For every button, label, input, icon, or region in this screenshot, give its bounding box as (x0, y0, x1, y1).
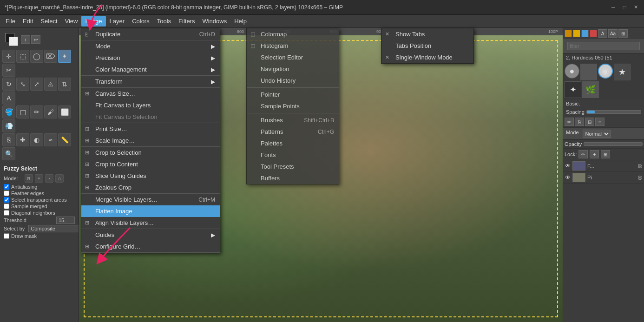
antialiasing-checkbox[interactable] (4, 184, 9, 190)
layer-1-visibility[interactable]: 👁 (565, 163, 571, 169)
brush-item-3[interactable]: ◉ (598, 64, 613, 79)
close-button[interactable]: ✕ (632, 4, 639, 11)
tool-fuzzy-select[interactable]: ✦ (58, 50, 71, 63)
menu-scale-image[interactable]: ⊞ Scale Image… (81, 135, 220, 146)
menu-zealous-crop[interactable]: ⊞ Zealous Crop (81, 182, 220, 193)
tool-perspective[interactable]: ⧌ (44, 78, 57, 91)
panel-icon-copy[interactable]: ⎘ (575, 118, 584, 126)
dockable-fonts[interactable]: Fonts (247, 149, 339, 161)
tool-rotate[interactable]: ↻ (2, 78, 15, 91)
mode-add[interactable]: + (35, 174, 43, 183)
lock-pixels-button[interactable]: ✏ (578, 150, 588, 158)
menu-view[interactable]: View (61, 16, 82, 26)
lock-all-button[interactable]: ⊞ (601, 150, 610, 158)
dockable-patterns[interactable]: Patterns Ctrl+G (247, 126, 339, 138)
menu-edit[interactable]: Edit (19, 16, 37, 26)
tool-crop[interactable]: ✂ (2, 64, 15, 77)
color-swatch-3[interactable] (581, 30, 589, 37)
dockable-pointer[interactable]: Pointer (247, 89, 339, 100)
layer-row-1[interactable]: 👁 F... ⛓ (563, 160, 644, 172)
tool-scale[interactable]: ⤡ (16, 78, 29, 91)
right-panel-icon-2[interactable]: Aa (608, 29, 618, 38)
menu-mode[interactable]: Mode ▶ (81, 40, 220, 52)
tool-measure[interactable]: 📏 (58, 133, 71, 146)
menu-windows[interactable]: Windows (198, 16, 230, 26)
menu-slice-using-guides[interactable]: ⊞ Slice Using Guides (81, 170, 220, 182)
background-color[interactable] (9, 37, 18, 46)
menu-duplicate[interactable]: ⎘ Duplicate Ctrl+D (81, 28, 220, 40)
tool-rect-select[interactable]: ⬚ (16, 50, 29, 63)
brush-item-6[interactable]: 🌿 (582, 81, 599, 98)
menu-flatten-image[interactable]: Flatten Image (81, 205, 220, 217)
menu-guides[interactable]: Guides ▶ (81, 229, 220, 241)
tool-blend[interactable]: ◫ (16, 105, 29, 118)
menu-crop-to-content[interactable]: ⊞ Crop to Content (81, 158, 220, 170)
dockable-undo-history[interactable]: Undo History (247, 75, 339, 86)
tool-free-select[interactable]: ⌦ (44, 50, 57, 63)
dockable-brushes[interactable]: Brushes Shift+Ctrl+B (247, 114, 339, 126)
sample-merged-checkbox[interactable] (4, 204, 9, 209)
windows-show-tabs[interactable]: ✕ Show Tabs (381, 28, 473, 40)
right-panel-icon-3[interactable]: ⊞ (618, 29, 628, 38)
layer-row-2[interactable]: 👁 Pi ⛓ (563, 172, 644, 184)
menu-layer[interactable]: Layer (106, 16, 129, 26)
dockable-navigation[interactable]: Navigation (247, 63, 339, 75)
title-controls[interactable]: ─ □ ✕ (610, 4, 639, 11)
brush-item-2[interactable] (580, 64, 597, 80)
threshold-input[interactable] (56, 217, 75, 224)
menu-image[interactable]: Image (81, 16, 105, 26)
menu-help[interactable]: Help (230, 16, 250, 26)
menu-select[interactable]: Select (37, 16, 61, 26)
dockable-sample-points[interactable]: Sample Points (247, 100, 339, 112)
dockable-palettes[interactable]: Palettes (247, 138, 339, 149)
tool-paintbrush[interactable]: 🖌 (44, 105, 57, 118)
lock-position-button[interactable]: + (590, 150, 599, 158)
menu-configure-grid[interactable]: ⊞ Configure Grid… (81, 241, 220, 252)
windows-single-window[interactable]: ✕ Single-Window Mode (381, 52, 473, 63)
color-swatch-2[interactable] (573, 30, 580, 37)
color-swatch-4[interactable] (590, 30, 597, 37)
menu-crop-to-selection[interactable]: ⊞ Crop to Selection (81, 147, 220, 158)
menu-filters[interactable]: Filters (175, 16, 198, 26)
filter-input[interactable] (567, 42, 640, 50)
fg-bg-colors[interactable] (5, 33, 18, 46)
dockable-histogram[interactable]: ◫ Histogram (247, 40, 339, 52)
tool-heal[interactable]: ✚ (16, 133, 29, 146)
tool-bucket[interactable]: 🪣 (2, 105, 15, 118)
layer-2-visibility[interactable]: 👁 (565, 174, 571, 181)
menu-print-size[interactable]: ⊞ Print Size… (81, 123, 220, 135)
menu-canvas-size[interactable]: ⊞ Canvas Size… (81, 88, 220, 99)
swap-colors-button[interactable]: ↕ (21, 35, 30, 44)
panel-icon-edit[interactable]: ✏ (565, 118, 574, 126)
tool-zoom[interactable]: 🔍 (2, 147, 15, 160)
reset-colors-button[interactable]: ↩ (31, 35, 40, 44)
menu-tools[interactable]: Tools (153, 16, 175, 26)
right-panel-icon-1[interactable]: A (598, 29, 607, 38)
tool-shear[interactable]: ⤢ (30, 78, 43, 91)
color-swatch-1[interactable] (565, 30, 572, 37)
tool-ellipse-select[interactable]: ◯ (30, 50, 43, 63)
mode-subtract[interactable]: - (45, 174, 53, 183)
menu-color-management[interactable]: Color Management ▶ (81, 64, 220, 75)
select-transparent-checkbox[interactable] (4, 197, 9, 203)
menu-align-visible-layers[interactable]: ⊞ Align Visible Layers… (81, 217, 220, 229)
mode-replace[interactable]: R (25, 174, 33, 183)
dockable-colormap[interactable]: ◫ Colormap (247, 28, 339, 40)
maximize-button[interactable]: □ (621, 4, 628, 11)
tool-smudge[interactable]: ≈ (44, 133, 57, 146)
dockable-tool-presets[interactable]: Tool Presets (247, 161, 339, 172)
brush-item-1[interactable]: ● (565, 64, 579, 79)
tool-dodge[interactable]: ◐ (30, 133, 43, 146)
windows-tabs-position[interactable]: Tabs Position (381, 40, 473, 52)
tool-move[interactable]: ✛ (2, 50, 15, 63)
menu-colors[interactable]: Colors (128, 16, 153, 26)
tool-airbrush[interactable]: 💨 (2, 119, 15, 132)
layer-mode-select[interactable]: Normal (583, 130, 611, 138)
panel-icon-menu[interactable]: ≡ (595, 118, 605, 126)
mode-intersect[interactable]: ∩ (55, 174, 64, 183)
panel-icon-delete[interactable]: ⊟ (585, 118, 594, 126)
menu-merge-visible-layers[interactable]: Merge Visible Layers… Ctrl+M (81, 194, 220, 205)
select-by-input[interactable] (28, 225, 79, 232)
opacity-slider[interactable] (584, 142, 643, 146)
menu-file[interactable]: File (2, 16, 19, 26)
